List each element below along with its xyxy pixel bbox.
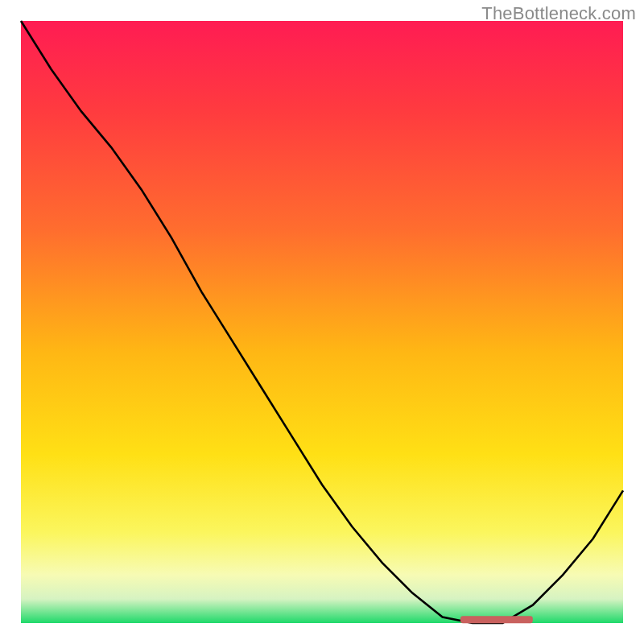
chart-background xyxy=(21,21,623,623)
chart-container: TheBottleneck.com xyxy=(0,0,644,644)
watermark-text: TheBottleneck.com xyxy=(481,3,636,24)
bottleneck-chart xyxy=(0,0,644,644)
optimal-range-marker xyxy=(460,616,533,623)
